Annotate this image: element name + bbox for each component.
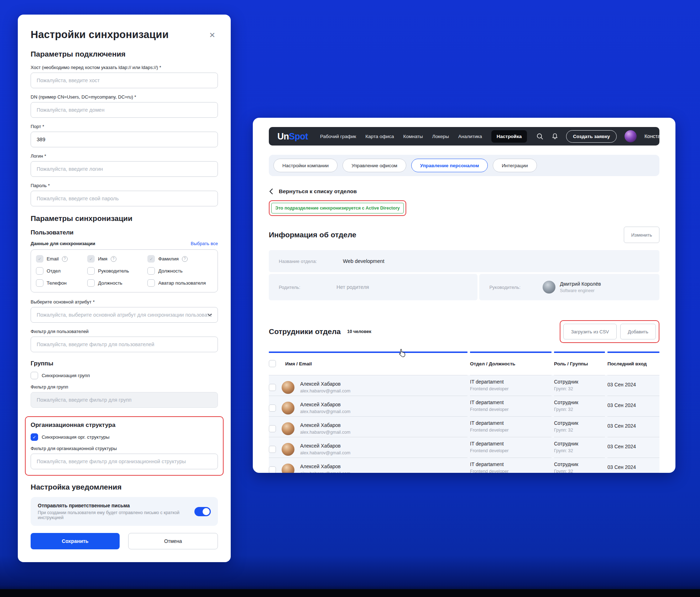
create-request-button[interactable]: Создать заявку — [566, 130, 617, 143]
checkbox-department[interactable]: Отдел — [36, 267, 85, 275]
employee-avatar — [282, 381, 294, 394]
table-accent-bars — [269, 352, 659, 353]
table-row[interactable]: Алексей Хабаровalex.habarov@gmail.com IT… — [269, 437, 659, 458]
help-icon[interactable]: ? — [111, 256, 116, 262]
checkbox-icon[interactable] — [36, 267, 43, 275]
ad-badge-annotation-box: Это подразделение синхронизируется с Act… — [269, 200, 406, 216]
help-icon[interactable]: ? — [182, 256, 188, 262]
back-to-departments-link[interactable]: Вернуться к списку отделов — [269, 188, 659, 195]
toggle-knob — [203, 508, 210, 515]
row-checkbox[interactable] — [269, 466, 276, 473]
nav-item-schedule[interactable]: Рабочий график — [320, 134, 356, 139]
table-row[interactable]: Алексей Хабаровalex.habarov@gmail.com IT… — [269, 375, 659, 396]
checkbox-phone[interactable]: Телефон — [36, 279, 85, 287]
close-icon[interactable]: ✕ — [208, 31, 216, 39]
bell-icon[interactable] — [551, 133, 558, 140]
welcome-email-card: Отправлять приветственные письма При соз… — [31, 497, 218, 526]
checkbox-user-avatar[interactable]: Аватар пользователя — [147, 279, 213, 287]
checkbox-position[interactable]: Должность — [147, 267, 213, 275]
col-last-login: Последний вход — [607, 360, 659, 367]
checkbox-icon[interactable] — [36, 279, 43, 287]
notification-heading: Настройка уведомления — [31, 483, 218, 491]
password-field-group: Пароль * — [31, 183, 218, 206]
checkbox-first-name[interactable]: ✓ Имя ? — [87, 255, 145, 263]
table-row[interactable]: Алексей Хабаровalex.habarov@gmail.com IT… — [269, 458, 659, 473]
nav-item-rooms[interactable]: Комнаты — [403, 134, 423, 139]
port-field-group: Порт * — [31, 124, 218, 147]
col-role-groups: Роль / Группы — [554, 360, 605, 367]
nav-item-lockers[interactable]: Локеры — [432, 134, 449, 139]
cancel-button[interactable]: Отмена — [128, 533, 218, 549]
employees-table: Имя / Email Отдел / Должность Роль / Гру… — [269, 352, 659, 473]
col-dept-position: Отдел / Должность — [470, 360, 552, 367]
select-all-checkbox[interactable] — [269, 360, 276, 367]
checkbox-icon[interactable] — [147, 267, 155, 275]
unspot-logo[interactable]: UnSpot — [277, 131, 308, 142]
welcome-email-title: Отправлять приветственные письма — [38, 503, 194, 508]
host-input[interactable] — [31, 73, 218, 88]
login-field-group: Логин * — [31, 153, 218, 177]
welcome-email-toggle[interactable] — [194, 507, 211, 516]
table-row[interactable]: Алексей Хабаровalex.habarov@gmail.com IT… — [269, 416, 659, 437]
group-filter-input[interactable] — [31, 392, 218, 408]
checkbox-checked-icon[interactable]: ✓ — [31, 433, 38, 441]
checkbox-last-name[interactable]: ✓ Фамилия ? — [147, 255, 213, 263]
nav-item-office-map[interactable]: Карта офиса — [365, 134, 394, 139]
checkbox-icon[interactable] — [87, 267, 95, 275]
load-csv-button[interactable]: Загрузить из CSV — [563, 324, 617, 339]
nav-item-analytics[interactable]: Аналитика — [458, 134, 482, 139]
groups-heading: Группы — [31, 360, 218, 367]
table-row[interactable]: Алексей Хабаровalex.habarov@gmail.com IT… — [269, 396, 659, 416]
port-input[interactable] — [31, 132, 218, 147]
password-input[interactable] — [31, 191, 218, 206]
employee-avatar — [282, 422, 294, 435]
add-employee-button[interactable]: Добавить — [620, 324, 656, 339]
attribute-select[interactable] — [31, 307, 218, 323]
login-input[interactable] — [31, 161, 218, 177]
edit-button[interactable]: Изменить — [624, 227, 659, 243]
groups-sync-checkbox[interactable]: Синхронизация групп — [31, 372, 218, 379]
checkbox-checked-icon[interactable]: ✓ — [87, 255, 95, 263]
save-button[interactable]: Сохранить — [31, 533, 120, 549]
nav-item-settings[interactable]: Настройка — [491, 130, 527, 143]
group-filter-label: Фильтр для групп — [31, 384, 218, 390]
help-icon[interactable]: ? — [62, 256, 68, 262]
tab-personnel-management[interactable]: Управление персоналом — [411, 159, 488, 172]
select-all-link[interactable]: Выбрать все — [191, 241, 218, 246]
user-avatar[interactable] — [625, 130, 637, 142]
sync-data-checkbox-grid: ✓ Email ? ✓ Имя ? ✓ Фамилия ? Отдел Руко… — [31, 249, 218, 292]
org-sync-checkbox[interactable]: ✓ Синхронизация орг. структуры — [31, 433, 218, 441]
dept-manager-label: Руководитель: — [479, 285, 526, 290]
checkbox-position-2[interactable]: Должность — [87, 279, 145, 287]
checkbox-icon[interactable] — [147, 279, 155, 287]
checkbox-manager[interactable]: Руководитель — [87, 267, 145, 275]
checkbox-checked-icon[interactable]: ✓ — [36, 255, 43, 263]
user-filter-label: Фильтр для пользователей — [31, 329, 218, 334]
user-filter-input[interactable] — [31, 337, 218, 352]
row-checkbox[interactable] — [269, 446, 276, 453]
employee-avatar — [282, 443, 294, 456]
tab-office-management[interactable]: Управление офисом — [343, 159, 406, 172]
row-checkbox[interactable] — [269, 405, 276, 412]
checkbox-email[interactable]: ✓ Email ? — [36, 255, 85, 263]
checkbox-checked-icon[interactable]: ✓ — [147, 255, 155, 263]
dn-input[interactable] — [31, 102, 218, 118]
dept-parent-label: Родитель: — [269, 285, 336, 290]
employees-actions-annotation-box: Загрузить из CSV Добавить — [560, 320, 659, 343]
row-checkbox[interactable] — [269, 384, 276, 391]
host-label: Хост (необходимо перед хостом указать ld… — [31, 65, 218, 70]
port-label: Порт * — [31, 124, 218, 129]
row-checkbox[interactable] — [269, 425, 276, 432]
checkbox-icon[interactable] — [87, 279, 95, 287]
modal-title: Настройки синхронизации — [31, 29, 218, 41]
tab-integrations[interactable]: Интеграции — [493, 159, 537, 172]
sync-data-label: Данные для синхронизации — [31, 241, 95, 246]
department-info-heading: Информация об отделе — [269, 231, 356, 239]
search-icon[interactable] — [536, 133, 543, 140]
checkbox-icon[interactable] — [31, 372, 38, 379]
attribute-label: Выберите основной атрибут * — [31, 299, 218, 305]
org-filter-input[interactable] — [31, 454, 218, 469]
dept-name-value: Web development — [343, 258, 385, 264]
employee-avatar — [282, 464, 294, 473]
tab-company-settings[interactable]: Настройки компании — [273, 159, 338, 172]
